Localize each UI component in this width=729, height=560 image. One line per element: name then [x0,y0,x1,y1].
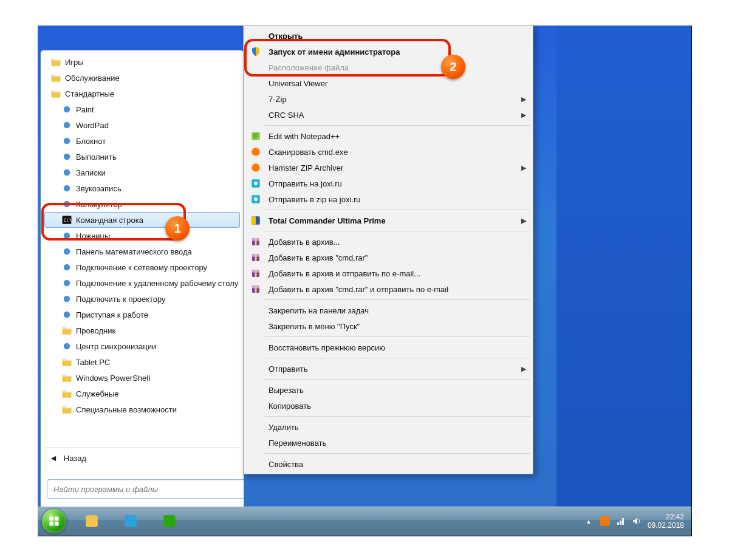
context-menu-item[interactable]: Удалить [245,419,531,435]
volume-icon[interactable] [632,516,642,526]
program-item-app[interactable]: Командная строка [44,212,240,228]
context-menu-separator [265,125,530,126]
program-item-app[interactable]: Выполнить [44,149,240,165]
context-menu-item[interactable]: Переименовать [245,435,531,451]
winrar-icon [250,284,261,295]
network-icon[interactable] [616,516,626,526]
context-menu-item[interactable]: Edit with Notepad++ [245,128,531,144]
submenu-arrow-icon: ▶ [521,217,526,225]
program-item-folder[interactable]: Стандартные [44,86,240,101]
program-item-folder[interactable]: Специальные возможности [44,401,240,417]
start-orb-icon [42,509,66,533]
context-menu-item-label: Закрепить в меню "Пуск" [269,322,360,331]
search-input[interactable] [47,479,244,499]
program-item-app[interactable]: Приступая к работе [44,307,240,323]
start-button[interactable] [38,507,70,536]
context-menu-item-label: Отправить на joxi.ru [269,179,342,188]
program-item-label: Служебные [76,389,119,398]
context-menu-item[interactable]: Добавить в архив... [245,234,531,250]
program-item-folder[interactable]: Tablet PC [44,354,240,370]
program-item-label: Блокнот [76,137,106,146]
context-menu-item[interactable]: Отправить▶ [245,361,531,377]
program-item-label: Подключение к сетевому проектору [76,263,207,272]
taskbar-clock[interactable]: 22:42 09.02.2018 [648,513,684,530]
back-label: Назад [64,454,86,463]
program-item-app[interactable]: Записки [44,165,240,180]
program-item-app[interactable]: Подключение к удаленному рабочему столу [44,275,240,291]
context-menu-item-label: Переименовать [269,439,326,448]
context-menu-separator [265,210,530,210]
context-menu-separator [265,336,530,337]
program-item-app[interactable]: Панель математического ввода [44,244,240,259]
app-icon [61,167,72,178]
context-menu-item[interactable]: Добавить в архив "cmd.rar" [245,250,531,265]
program-item-app[interactable]: Подключить к проектору [44,291,240,307]
program-item-app[interactable]: Проводник [44,323,240,338]
program-item-app[interactable]: Блокнот [44,133,240,149]
program-item-app[interactable]: Paint [44,101,240,117]
context-menu-item[interactable]: Запуск от имени администратора [245,44,531,60]
avast-icon [250,146,261,157]
context-menu-item-label: 7-Zip [269,95,287,104]
program-item-folder[interactable]: Игры [44,54,240,70]
context-menu-item[interactable]: Total Commander Ultima Prime▶ [245,213,531,228]
context-menu-separator [265,231,530,231]
svg-rect-0 [50,517,54,521]
app-icon [61,214,72,225]
program-item-folder[interactable]: Служебные [44,386,240,401]
folder-icon [61,357,72,367]
submenu-arrow-icon: ▶ [521,95,526,103]
taskbar-button-telegram[interactable] [112,509,149,533]
program-item-app[interactable]: WordPad [44,117,240,133]
program-item-app[interactable]: Звукозапись [44,180,240,196]
context-menu-item[interactable]: Расположение файла [245,60,531,75]
app-icon [61,341,72,352]
program-item-label: Проводник [76,326,115,335]
app-icon [61,325,72,336]
tray-app-icon[interactable] [600,516,610,526]
program-item-app[interactable]: Ножницы [44,228,240,244]
context-menu-item[interactable]: Отправить на joxi.ru [245,176,531,191]
context-menu-item[interactable]: Закрепить в меню "Пуск" [245,318,531,334]
context-menu-item[interactable]: Восстановить прежнюю версию [245,340,531,355]
context-menu-item[interactable]: CRC SHA▶ [245,107,531,123]
taskbar-button-monitor[interactable] [151,509,188,533]
context-menu-item[interactable]: Отправить в zip на joxi.ru [245,191,531,207]
context-menu-item[interactable]: Universal Viewer [245,75,531,91]
context-menu-item-label: Добавить в архив... [269,237,340,247]
program-item-label: Обслуживание [65,73,120,83]
taskbar-button-explorer[interactable] [73,509,111,533]
desktop: ИгрыОбслуживаниеСтандартныеPaintWordPadБ… [38,26,692,536]
context-menu-item[interactable]: Копировать [245,398,531,414]
context-menu-item[interactable]: Сканировать cmd.exe [245,144,531,160]
context-menu-item[interactable]: Закрепить на панели задач [245,302,531,318]
context-menu-item-label: Удалить [269,423,299,432]
context-menu-item[interactable]: Вырезать [245,382,531,398]
program-item-folder[interactable]: Windows PowerShell [44,370,240,386]
npp-icon [250,131,261,142]
app-icon [61,135,72,146]
context-menu-item-label: Расположение файла [269,63,349,72]
app-icon [61,246,72,257]
start-menu-search[interactable] [47,479,238,497]
program-item-app[interactable]: Подключение к сетевому проектору [44,259,240,275]
program-item-label: Панель математического ввода [76,247,192,256]
context-menu-item[interactable]: Hamster ZIP Archiver▶ [245,160,531,176]
program-item-label: Командная строка [76,216,143,225]
context-menu-item-label: Добавить в архив "cmd.rar" и отправить п… [269,285,448,294]
context-menu-item[interactable]: 7-Zip▶ [245,91,531,107]
context-menu-open[interactable]: Открыть [245,28,531,44]
context-menu-item[interactable]: Добавить в архив "cmd.rar" и отправить п… [245,281,531,297]
hamster-icon [250,162,261,173]
context-menu-item[interactable]: Свойства [245,456,531,472]
program-item-app[interactable]: Калькулятор [44,196,240,212]
program-item-label: Игры [65,58,84,67]
tray-overflow-icon[interactable]: ▲ [583,516,594,527]
start-menu-back[interactable]: ◄ Назад [44,447,240,468]
app-icon [61,262,72,273]
context-menu-item[interactable]: Добавить в архив и отправить по e-mail..… [245,265,531,281]
submenu-arrow-icon: ▶ [521,111,526,119]
app-icon [61,104,72,115]
program-item-folder[interactable]: Обслуживание [44,70,240,86]
program-item-app[interactable]: Центр синхронизации [44,338,240,354]
